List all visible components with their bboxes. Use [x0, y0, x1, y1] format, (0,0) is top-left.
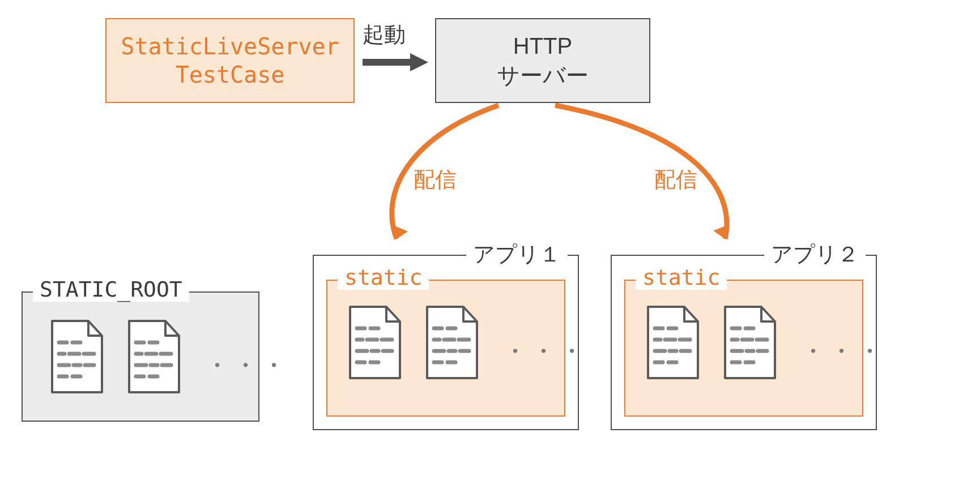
server-line1: HTTP — [513, 31, 572, 61]
server-line2: サーバー — [497, 61, 589, 90]
app1-box: アプリ１ static ・・・ — [313, 255, 579, 430]
static-root-legend: STATIC_ROOT — [33, 277, 189, 302]
ellipsis-label: ・・・ — [800, 334, 885, 369]
app2-legend: アプリ２ — [764, 240, 866, 269]
testcase-line1: StaticLiveServer — [121, 32, 339, 61]
http-server-box: HTTP サーバー — [435, 18, 650, 103]
app2-box: アプリ２ static ・・・ — [611, 255, 877, 430]
deliver-label-app2: 配信 — [654, 165, 697, 194]
file-icon — [641, 303, 704, 383]
app2-static-box: static ・・・ — [624, 280, 863, 417]
file-icon — [420, 303, 483, 383]
arrow-right-icon — [360, 51, 428, 74]
app1-legend: アプリ１ — [466, 240, 568, 269]
svg-marker-1 — [410, 53, 428, 71]
static-root-box: STATIC_ROOT ・・・ — [22, 292, 259, 422]
app1-static-box: static ・・・ — [326, 280, 565, 417]
file-icon — [45, 318, 108, 397]
launch-label: 起動 — [363, 20, 406, 49]
deliver-label-app1: 配信 — [414, 165, 457, 194]
file-icon — [122, 318, 185, 397]
ellipsis-label: ・・・ — [204, 348, 289, 383]
app1-static-legend: static — [338, 265, 429, 290]
deliver-arrow-app1-icon — [374, 103, 544, 256]
file-icon — [343, 303, 406, 383]
ellipsis-label: ・・・ — [502, 334, 587, 369]
app2-static-legend: static — [636, 265, 727, 290]
file-icon — [718, 303, 781, 383]
testcase-box: StaticLiveServer TestCase — [105, 18, 355, 103]
testcase-line2: TestCase — [176, 61, 285, 89]
deliver-arrow-app2-icon — [544, 103, 759, 256]
